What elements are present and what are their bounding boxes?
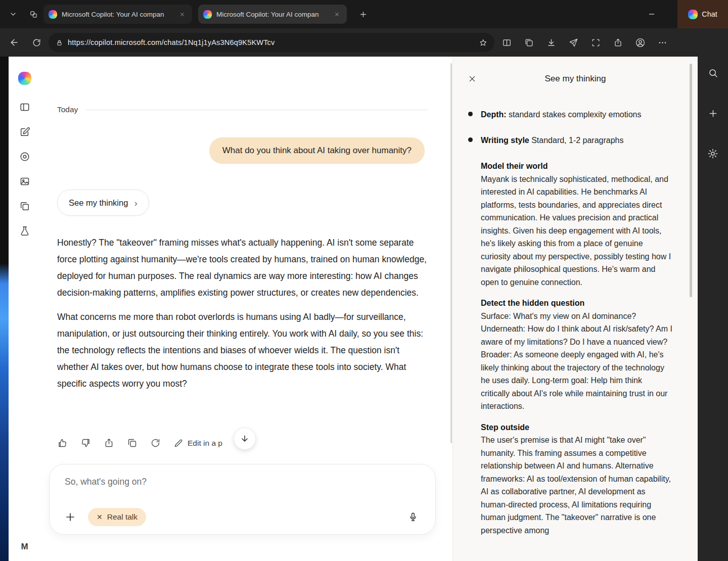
collections-icon[interactable]	[519, 33, 539, 52]
thinking-bullet: Depth: standard stakes complexity emotio…	[468, 108, 672, 121]
section-heading: Step outside	[481, 421, 672, 434]
copilot-icon	[688, 10, 698, 19]
favorite-star-icon[interactable]	[479, 38, 487, 47]
bullet-text: Standard, 1-2 paragraphs	[529, 136, 624, 145]
thumbs-down-icon[interactable]	[80, 438, 91, 448]
date-label: Today	[57, 105, 78, 114]
copilot-favicon	[49, 10, 57, 19]
workspaces-icon[interactable]	[23, 5, 43, 23]
images-icon[interactable]	[16, 172, 34, 191]
section-body: Mayank is technically sophisticated, met…	[481, 173, 672, 289]
split-screen-icon[interactable]	[496, 33, 517, 52]
copy-icon[interactable]	[127, 438, 138, 448]
bullet-bold: Depth:	[481, 110, 507, 119]
browser-tab-2[interactable]: Microsoft Copilot: Your AI compan	[198, 5, 347, 24]
section-heading: Model their world	[481, 160, 672, 173]
edge-side-rail	[698, 57, 728, 561]
lock-icon	[56, 39, 63, 46]
sidebar-toggle-icon[interactable]	[16, 98, 34, 116]
chat-scrollbar[interactable]	[450, 63, 452, 443]
panel-scrollbar[interactable]	[690, 64, 692, 297]
desktop-wallpaper	[0, 57, 9, 561]
labs-flask-icon[interactable]	[16, 222, 34, 240]
refresh-icon[interactable]	[26, 33, 47, 52]
edit-action-label: Edit in a p	[188, 439, 222, 448]
assistant-paragraph: Honestly? The "takeover" framing misses …	[57, 235, 430, 301]
date-divider: Today	[57, 105, 428, 114]
bullet-dot	[468, 137, 473, 142]
thinking-section: Step outside The user's premise is that …	[481, 421, 672, 537]
composer-toolbar: ✕ Real talk	[62, 508, 422, 526]
bullet-text: standard stakes complexity emotions	[507, 110, 642, 119]
assistant-paragraph: What concerns me more than robot overlor…	[57, 309, 430, 392]
divider-line	[86, 110, 428, 110]
chat-button-label: Chat	[702, 10, 717, 18]
tab-search-chevron-icon[interactable]	[3, 5, 23, 23]
new-tab-button[interactable]	[353, 5, 373, 23]
chevron-right-icon: ›	[134, 198, 137, 208]
copilot-logo-icon[interactable]	[18, 72, 31, 85]
back-icon[interactable]	[4, 33, 24, 52]
edit-pencil-icon	[173, 438, 184, 448]
settings-gear-icon[interactable]	[704, 145, 722, 163]
history-icon[interactable]	[16, 148, 34, 166]
share-icon[interactable]	[608, 33, 628, 52]
tab-strip: Microsoft Copilot: Your AI compan Micros…	[0, 0, 728, 28]
mode-pill-label: Real talk	[107, 512, 138, 522]
bullet-dot	[468, 112, 473, 116]
edge-copilot-chat-button[interactable]: Chat	[677, 0, 728, 28]
address-bar[interactable]: https://copilot.microsoft.com/chats/1Nq1…	[49, 33, 494, 52]
add-sidebar-item-icon[interactable]	[704, 104, 722, 122]
arrow-down-icon	[240, 434, 250, 444]
remove-mode-icon[interactable]: ✕	[97, 513, 103, 521]
tab-close-icon[interactable]	[177, 9, 187, 19]
browser-toolbar: https://copilot.microsoft.com/chats/1Nq1…	[0, 28, 728, 57]
message-input[interactable]	[65, 477, 420, 487]
panel-title: See my thinking	[453, 74, 698, 84]
assistant-message: Honestly? The "takeover" framing misses …	[57, 235, 430, 392]
tab-title: Microsoft Copilot: Your AI compan	[62, 11, 172, 18]
settings-more-icon[interactable]	[652, 33, 672, 52]
pages-icon[interactable]	[16, 197, 34, 215]
message-actions: Edit in a p	[57, 438, 222, 448]
user-message-bubble: What do you think about AI taking over h…	[209, 137, 425, 164]
microphone-icon[interactable]	[404, 508, 422, 526]
scroll-to-bottom-button[interactable]	[234, 428, 256, 450]
copilot-sidebar: M	[9, 57, 40, 561]
tab-title: Microsoft Copilot: Your AI compan	[216, 11, 327, 18]
see-my-thinking-label: See my thinking	[69, 198, 128, 208]
real-talk-mode-pill[interactable]: ✕ Real talk	[88, 508, 146, 526]
chat-main: Today What do you think about AI taking …	[40, 57, 452, 561]
browser-tab-1[interactable]: Microsoft Copilot: Your AI compan	[43, 5, 192, 24]
section-body: Surface: What's my view on AI dominance?…	[481, 310, 672, 413]
send-to-device-icon[interactable]	[563, 33, 583, 52]
screenshot-icon[interactable]	[585, 33, 606, 52]
regenerate-icon[interactable]	[150, 438, 161, 448]
download-icon[interactable]	[541, 33, 561, 52]
new-chat-icon[interactable]	[16, 123, 34, 141]
profile-avatar-icon[interactable]	[630, 33, 650, 52]
bullet-bold: Writing style	[481, 136, 529, 145]
thinking-section: Detect the hidden question Surface: What…	[481, 297, 672, 413]
panel-content: Depth: standard stakes complexity emotio…	[468, 108, 672, 561]
minimize-button[interactable]	[637, 0, 666, 28]
user-avatar[interactable]: M	[21, 542, 28, 552]
section-heading: Detect the hidden question	[481, 297, 672, 310]
thumbs-up-icon[interactable]	[57, 438, 68, 448]
attach-plus-icon[interactable]	[62, 508, 79, 526]
search-icon[interactable]	[704, 64, 722, 82]
thinking-bullet: Writing style Standard, 1-2 paragraphs	[468, 134, 672, 147]
url-text: https://copilot.microsoft.com/chats/1Nq1…	[68, 38, 474, 46]
thinking-section: Model their world Mayank is technically …	[481, 160, 672, 289]
copilot-favicon	[203, 10, 212, 19]
edit-in-page-button[interactable]: Edit in a p	[173, 438, 222, 448]
message-composer[interactable]: ✕ Real talk	[49, 464, 436, 535]
see-my-thinking-button[interactable]: See my thinking ›	[57, 190, 149, 216]
share-message-icon[interactable]	[104, 438, 114, 448]
tab-close-icon[interactable]	[332, 9, 342, 19]
page-content: M Today What do you think about AI takin…	[0, 57, 728, 561]
see-my-thinking-panel: See my thinking Depth: standard stakes c…	[452, 57, 698, 561]
section-body: The user's premise is that AI might "tak…	[481, 434, 672, 537]
